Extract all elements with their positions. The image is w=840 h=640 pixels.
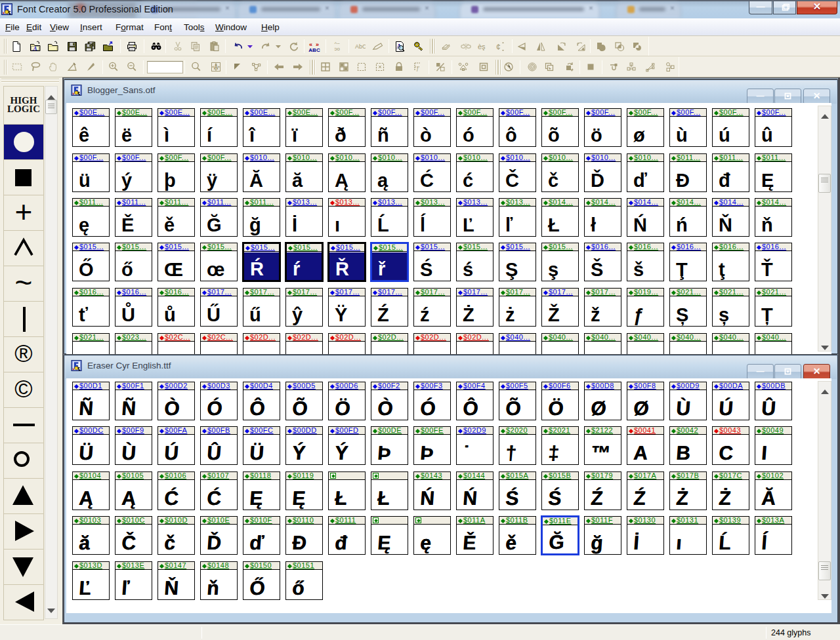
svg-text:èş: èş xyxy=(478,43,486,50)
svg-text:f: f xyxy=(417,65,419,71)
svg-text:ɔo: ɔo xyxy=(335,46,341,52)
svg-text:A: A xyxy=(32,45,37,52)
svg-text:¢: ¢ xyxy=(496,43,501,52)
svg-text:AbC: AbC xyxy=(355,43,366,50)
svg-text:ABC: ABC xyxy=(308,47,320,53)
